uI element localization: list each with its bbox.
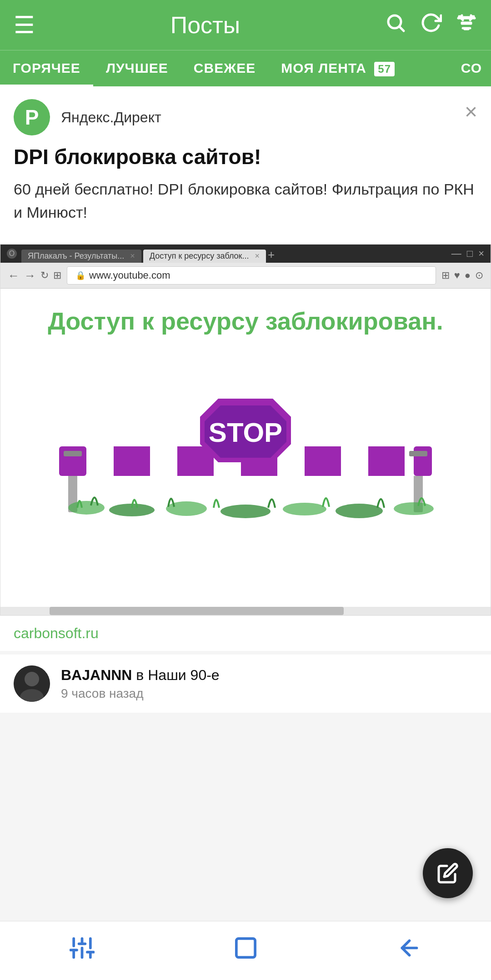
avatar	[14, 665, 50, 702]
ad-source: Яндекс.Директ	[61, 109, 161, 126]
ad-card: P Яндекс.Директ × DPI блокировка сайтов!…	[0, 86, 491, 651]
browser-reload[interactable]: ↻	[40, 270, 49, 281]
svg-point-29	[220, 505, 271, 518]
new-tab-button[interactable]: +	[268, 248, 275, 262]
svg-point-28	[166, 501, 207, 516]
close-button[interactable]: ×	[465, 99, 477, 124]
svg-line-1	[400, 27, 404, 31]
ad-main-content: Доступ к ресурсу заблокирован.	[0, 289, 491, 607]
ad-content: DPI блокировка сайтов! 60 дней бесплатно…	[0, 145, 491, 244]
window-min[interactable]: —	[451, 248, 461, 260]
search-icon[interactable]	[385, 12, 406, 39]
svg-point-26	[68, 501, 105, 515]
tab-hot[interactable]: ГОРЯЧЕЕ	[0, 50, 93, 86]
browser-extra[interactable]: ⊙	[475, 270, 483, 281]
browser-back[interactable]: ←	[8, 269, 20, 283]
browser-tab-1[interactable]: ЯПлакалъ - Результаты...	[28, 251, 124, 260]
ad-link[interactable]: carbonsoft.ru	[0, 615, 491, 651]
square-icon	[233, 935, 258, 966]
feed-badge: 57	[374, 62, 395, 76]
scrollbar-thumb[interactable]	[50, 607, 344, 615]
browser-menu-btn[interactable]: ●	[465, 270, 471, 281]
browser-bookmark[interactable]: ⊞	[441, 270, 450, 281]
svg-point-30	[283, 503, 326, 515]
ad-image[interactable]: O ЯПлакалъ - Результаты... × Доступ к ре…	[0, 244, 491, 615]
page-title: Посты	[26, 11, 385, 39]
window-max[interactable]: □	[467, 248, 473, 260]
back-icon	[397, 935, 422, 966]
svg-point-34	[25, 672, 39, 686]
tabs-bar: ГОРЯЧЕЕ ЛУЧШЕЕ СВЕЖЕЕ МОЯ ЛЕНТА 57 СО	[0, 50, 491, 86]
ad-avatar: P	[14, 99, 50, 135]
svg-point-31	[336, 504, 383, 518]
ad-description: 60 дней бесплатно! DPI блокировка сайтов…	[14, 178, 477, 224]
svg-text:STOP: STOP	[209, 417, 282, 448]
tab-fresh[interactable]: СВЕЖЕЕ	[181, 50, 268, 86]
tab-feed[interactable]: МОЯ ЛЕНТА 57	[268, 50, 407, 86]
blocked-text: Доступ к ресурсу заблокирован.	[48, 307, 443, 335]
svg-rect-15	[114, 446, 150, 476]
browser-tab-2[interactable]: Доступ к ресурсу заблок...	[150, 251, 249, 260]
svg-rect-25	[409, 451, 427, 456]
svg-rect-24	[64, 451, 82, 456]
svg-point-32	[394, 502, 434, 515]
window-close[interactable]: ×	[478, 248, 484, 260]
post-footer: BAJANNN в Наши 90-е 9 часов назад	[0, 651, 491, 713]
svg-rect-45	[236, 939, 255, 957]
stop-barrier-image: STOP	[41, 362, 450, 521]
browser-heart[interactable]: ♥	[454, 270, 460, 281]
sliders-icon	[70, 935, 95, 966]
svg-rect-14	[59, 446, 86, 476]
address-bar[interactable]: www.youtube.com	[89, 270, 170, 281]
svg-rect-19	[368, 446, 405, 476]
bottom-nav-sliders[interactable]	[0, 921, 164, 980]
avatar-image	[14, 665, 50, 702]
refresh-icon[interactable]	[420, 12, 442, 39]
browser-home[interactable]: ⊞	[53, 270, 61, 281]
svg-rect-18	[305, 446, 341, 476]
top-bar: ☰ Посты	[0, 0, 491, 50]
horizontal-scrollbar[interactable]	[0, 607, 491, 615]
post-meta: BAJANNN в Наши 90-е 9 часов назад	[61, 667, 477, 701]
svg-rect-20	[414, 446, 432, 476]
tab-best[interactable]: ЛУЧШЕЕ	[93, 50, 181, 86]
top-bar-icons	[385, 12, 477, 39]
bottom-nav-back[interactable]	[327, 921, 491, 980]
post-time: 9 часов назад	[61, 686, 477, 701]
fab-compose-button[interactable]	[423, 848, 473, 898]
ad-title: DPI блокировка сайтов!	[14, 145, 477, 170]
tab-co[interactable]: СО	[407, 50, 491, 86]
post-author: BAJANNN в Наши 90-е	[61, 667, 477, 684]
browser-forward[interactable]: →	[24, 269, 36, 283]
ad-header: P Яндекс.Директ ×	[0, 86, 491, 145]
bottom-nav-square[interactable]	[164, 921, 327, 980]
filter-icon[interactable]	[456, 12, 477, 39]
bottom-nav	[0, 921, 491, 980]
